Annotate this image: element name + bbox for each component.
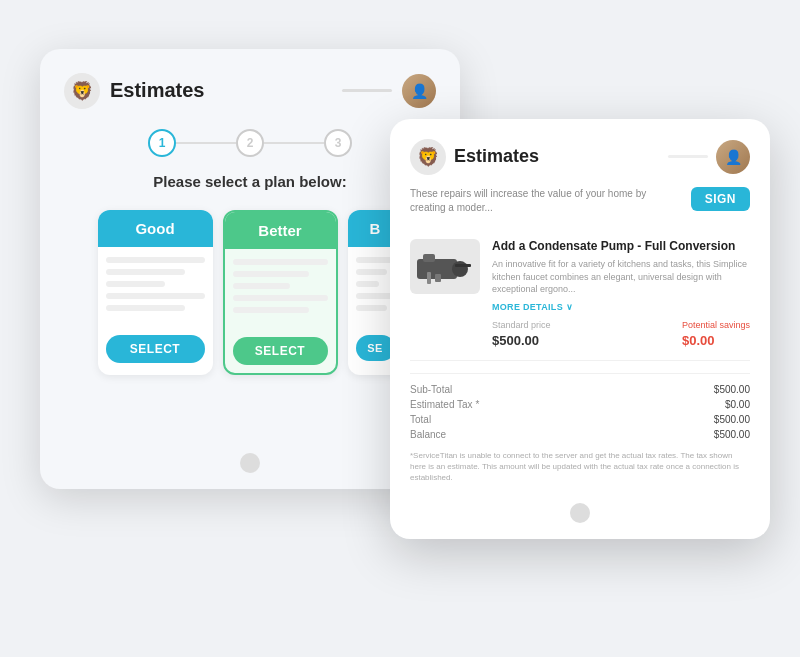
step-1: 1 <box>148 129 176 157</box>
plan-better-body <box>225 249 336 329</box>
svg-rect-4 <box>427 272 431 284</box>
product-section: Add a Condensate Pump - Full Conversion … <box>410 239 750 361</box>
tax-row: Estimated Tax * $0.00 <box>410 399 750 410</box>
savings-block: Potential savings $0.00 <box>682 320 750 348</box>
total-label: Total <box>410 414 431 425</box>
front-card-title: Estimates <box>454 146 539 167</box>
plan-line <box>233 307 309 313</box>
balance-row: Balance $500.00 <box>410 429 750 440</box>
front-header-right: 👤 <box>668 140 750 174</box>
description-row: These repairs will increase the value of… <box>410 187 750 227</box>
plan-line <box>356 293 395 299</box>
tax-label: Estimated Tax * <box>410 399 479 410</box>
logo-icon: 🦁 <box>64 73 100 109</box>
better-select-button[interactable]: SelecT <box>233 337 328 365</box>
step-line-1 <box>176 142 236 144</box>
best-select-button[interactable]: SE <box>356 335 395 361</box>
standard-price-label: Standard price <box>492 320 551 330</box>
step-3: 3 <box>324 129 352 157</box>
plan-line <box>356 281 379 287</box>
nav-line <box>342 89 392 92</box>
plan-line <box>233 283 290 289</box>
plan-line <box>356 305 387 311</box>
tax-value: $0.00 <box>725 399 750 410</box>
back-card-header: 🦁 Estimates 👤 <box>64 73 436 109</box>
plan-line <box>106 281 165 287</box>
plans-row: Good SELECT Better <box>64 210 436 375</box>
balance-label: Balance <box>410 429 446 440</box>
front-card-dot <box>570 503 590 523</box>
total-row: Total $500.00 <box>410 414 750 425</box>
back-header-left: 🦁 Estimates <box>64 73 205 109</box>
plan-line <box>356 257 395 263</box>
savings-label: Potential savings <box>682 320 750 330</box>
svg-rect-3 <box>455 264 471 267</box>
plan-line <box>233 295 328 301</box>
plan-title: Please select a plan below: <box>64 173 436 190</box>
subtotal-row: Sub-Total $500.00 <box>410 384 750 395</box>
avatar: 👤 <box>402 74 436 108</box>
front-nav-line <box>668 155 708 158</box>
svg-rect-1 <box>423 254 435 262</box>
svg-point-2 <box>452 261 468 277</box>
description-text: These repairs will increase the value of… <box>410 187 681 215</box>
product-desc: An innovative fit for a variety of kitch… <box>492 258 750 296</box>
disclaimer-text: *ServiceTitan is unable to connect to th… <box>410 450 750 484</box>
product-svg <box>415 244 475 289</box>
plan-good-header: Good <box>98 210 213 247</box>
plan-line <box>233 259 328 265</box>
back-card-dot <box>240 453 260 473</box>
subtotal-label: Sub-Total <box>410 384 452 395</box>
plan-better[interactable]: Better SelecT <box>223 210 338 375</box>
plan-line <box>106 305 185 311</box>
plan-line <box>106 269 185 275</box>
front-logo-icon: 🦁 <box>410 139 446 175</box>
product-info: Add a Condensate Pump - Full Conversion … <box>492 239 750 348</box>
plan-good-body <box>98 247 213 327</box>
svg-rect-5 <box>435 274 441 282</box>
progress-steps: 1 2 3 <box>64 129 436 157</box>
plan-line <box>233 271 309 277</box>
savings-value: $0.00 <box>682 333 750 348</box>
plan-line <box>106 293 205 299</box>
step-line-2 <box>264 142 324 144</box>
price-row: Standard price $500.00 Potential savings… <box>492 320 750 348</box>
product-name: Add a Condensate Pump - Full Conversion <box>492 239 750 255</box>
plan-better-header: Better <box>225 212 336 249</box>
good-select-button[interactable]: SELECT <box>106 335 205 363</box>
standard-price-block: Standard price $500.00 <box>492 320 551 348</box>
scene: 🦁 Estimates 👤 1 2 3 Please select a plan… <box>10 19 790 639</box>
plan-line <box>106 257 205 263</box>
front-header: 🦁 Estimates 👤 <box>410 139 750 175</box>
more-details-link[interactable]: MORE DETAILS ∨ <box>492 302 750 312</box>
standard-price-value: $500.00 <box>492 333 551 348</box>
front-avatar: 👤 <box>716 140 750 174</box>
back-header-right: 👤 <box>342 74 436 108</box>
product-image <box>410 239 480 294</box>
plan-good[interactable]: Good SELECT <box>98 210 213 375</box>
subtotal-value: $500.00 <box>714 384 750 395</box>
plan-line <box>356 269 387 275</box>
front-header-left: 🦁 Estimates <box>410 139 539 175</box>
step-2: 2 <box>236 129 264 157</box>
front-card: 🦁 Estimates 👤 These repairs will increas… <box>390 119 770 539</box>
balance-value: $500.00 <box>714 429 750 440</box>
back-card-title: Estimates <box>110 79 205 102</box>
totals-section: Sub-Total $500.00 Estimated Tax * $0.00 … <box>410 373 750 440</box>
sign-button[interactable]: SIGN <box>691 187 750 211</box>
total-value: $500.00 <box>714 414 750 425</box>
